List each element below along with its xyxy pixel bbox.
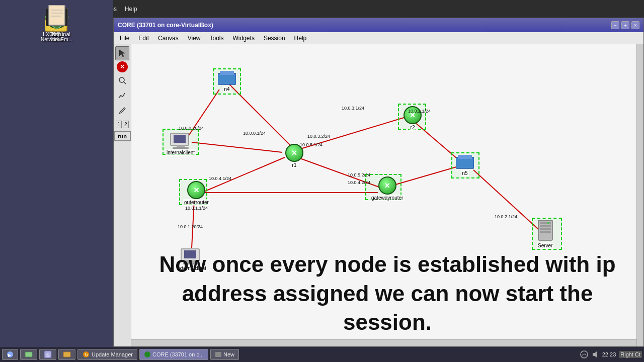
node-r1[interactable]: r1 [285, 144, 303, 168]
node-r2-label: r2 [410, 124, 416, 131]
taskbar-update-manager[interactable]: ↻ Update Manager [77, 349, 137, 360]
tool-chart[interactable] [115, 88, 129, 103]
ip-label-server: 10.0.2.1/24 [495, 214, 517, 219]
svg-marker-63 [593, 351, 597, 357]
menu-tools[interactable]: Tools [206, 34, 228, 43]
tool-select[interactable] [115, 46, 129, 60]
tool-num1: 1 [116, 121, 122, 128]
desktop-sidebar: New CORENetwork Em... $_ LX [0, 0, 113, 347]
left-toolbar: ✕ 1 2 run [114, 44, 131, 346]
menu-canvas[interactable]: Canvas [154, 34, 183, 43]
svg-line-23 [229, 84, 297, 152]
svg-rect-49 [540, 228, 551, 230]
svg-rect-41 [458, 155, 472, 159]
menu-view[interactable]: View [184, 34, 205, 43]
svg-line-27 [202, 157, 285, 193]
taskbar-left: ▶ ◎ ↻ Update Manager CORE (33701 on c... [2, 349, 239, 360]
node-outerrouter-addr: 10.0.1.1/24 [185, 206, 208, 211]
node-gatewayrouter-label: gatewayrouter [370, 195, 404, 201]
svg-rect-35 [220, 71, 234, 75]
svg-line-22 [124, 82, 126, 84]
node-gatewayrouter[interactable]: gatewayrouter [370, 176, 404, 201]
svg-line-25 [192, 142, 282, 152]
tool-zoom[interactable] [115, 73, 129, 87]
svg-rect-43 [184, 250, 196, 258]
window-close[interactable]: × [631, 21, 639, 29]
taskbar-icon-3[interactable] [58, 349, 75, 360]
svg-rect-61 [215, 352, 221, 357]
node-n5-label: n5 [461, 170, 468, 176]
svg-text:◎: ◎ [46, 352, 50, 357]
tool-stop[interactable]: ✕ [117, 61, 128, 72]
svg-rect-45 [183, 263, 199, 264]
desktop-icon-ssh-label: ssh [52, 31, 61, 37]
ip-label-outerrouter-r: 10.0.4.1/24 [209, 176, 231, 181]
svg-rect-50 [540, 231, 551, 233]
menubar: File Edit Canvas View Tools Widgets Sess… [114, 32, 643, 44]
menu-help[interactable]: Help [290, 34, 311, 43]
tool-num2: 2 [123, 121, 129, 128]
window-title: CORE (33701 on core-VirtualBox) [118, 22, 213, 29]
scrollbar-vertical[interactable] [636, 44, 643, 346]
ip-label-r1-left: 10.0.0.1/24 [243, 131, 266, 136]
tool-draw[interactable] [115, 104, 129, 118]
node-outerrouter-label: outerrouter [183, 199, 210, 206]
menu-file[interactable]: File [116, 34, 133, 43]
node-externalclient[interactable]: externalclient [176, 248, 207, 272]
router-r1-icon [285, 144, 303, 162]
menu-edit[interactable]: Edit [134, 34, 153, 43]
overlay-text: Now once every node is established with … [131, 250, 643, 336]
svg-point-21 [119, 77, 124, 82]
node-internalclient-label: internalclient [166, 149, 196, 156]
taskbar-label: Right Ct [619, 351, 642, 358]
desktop-icon-ssh[interactable]: ssh [39, 5, 74, 37]
svg-rect-54 [25, 352, 32, 357]
router-outerrouter-icon [187, 181, 205, 199]
svg-rect-40 [456, 157, 474, 168]
tray-icon-volume [591, 350, 599, 358]
router-r2-icon [404, 106, 422, 124]
svg-rect-17 [49, 5, 65, 25]
run-button[interactable]: run [114, 131, 131, 141]
window-maximize[interactable]: + [621, 21, 629, 29]
svg-text:↻: ↻ [85, 352, 89, 357]
desktop: File Machine View Input Devices Help New [0, 0, 644, 362]
svg-rect-34 [218, 73, 236, 84]
menu-widgets[interactable]: Widgets [229, 34, 259, 43]
ip-label-r1-r2b: 10.0.3.2/24 [307, 134, 330, 139]
node-server[interactable]: Server [537, 220, 553, 249]
taskbar-core-window[interactable]: CORE (33701 on c... [139, 349, 208, 360]
window-titlebar: CORE (33701 on core-VirtualBox) − + × [114, 18, 643, 32]
menu-session[interactable]: Session [260, 34, 289, 43]
ip-label-externalclient: 10.0.1.20/24 [178, 224, 203, 229]
ip-label-r1-r2: 10.0.3.1/24 [342, 106, 364, 111]
taskbar-start[interactable]: ▶ [2, 349, 18, 360]
outer-menu-help[interactable]: Help [125, 6, 137, 13]
node-n4[interactable]: n4 [218, 71, 236, 93]
node-internalclient[interactable]: internalclient [166, 132, 196, 156]
network-canvas[interactable]: n4 r2 internalclient [131, 44, 643, 346]
node-r2[interactable]: r2 [404, 106, 422, 131]
tray-icon-network [580, 350, 588, 358]
node-n4-label: n4 [223, 86, 230, 93]
router-gatewayrouter-icon [378, 176, 396, 195]
svg-point-62 [581, 351, 588, 358]
node-r1-label: r1 [291, 162, 298, 168]
node-externalclient-label: externalclient [176, 265, 207, 272]
svg-rect-48 [540, 225, 551, 227]
taskbar: ▶ ◎ ↻ Update Manager CORE (33701 on c... [0, 347, 644, 362]
node-n5[interactable]: n5 [456, 155, 474, 176]
taskbar-new-window[interactable]: New [210, 349, 239, 360]
scrollbar-horizontal[interactable] [131, 339, 636, 346]
taskbar-time: 22:23 [602, 351, 616, 357]
window-controls: − + × [611, 21, 639, 29]
svg-line-26 [297, 117, 406, 150]
core-window: CORE (33701 on core-VirtualBox) − + × Fi… [113, 18, 644, 347]
node-outerrouter[interactable]: outerrouter 10.0.1.1/24 [183, 181, 210, 211]
taskbar-icon-2[interactable]: ◎ [39, 349, 56, 360]
window-content: ✕ 1 2 run [114, 44, 643, 346]
window-minimize[interactable]: − [611, 21, 619, 29]
svg-rect-38 [177, 145, 185, 147]
taskbar-icon-1[interactable] [20, 349, 37, 360]
svg-rect-37 [174, 135, 186, 143]
